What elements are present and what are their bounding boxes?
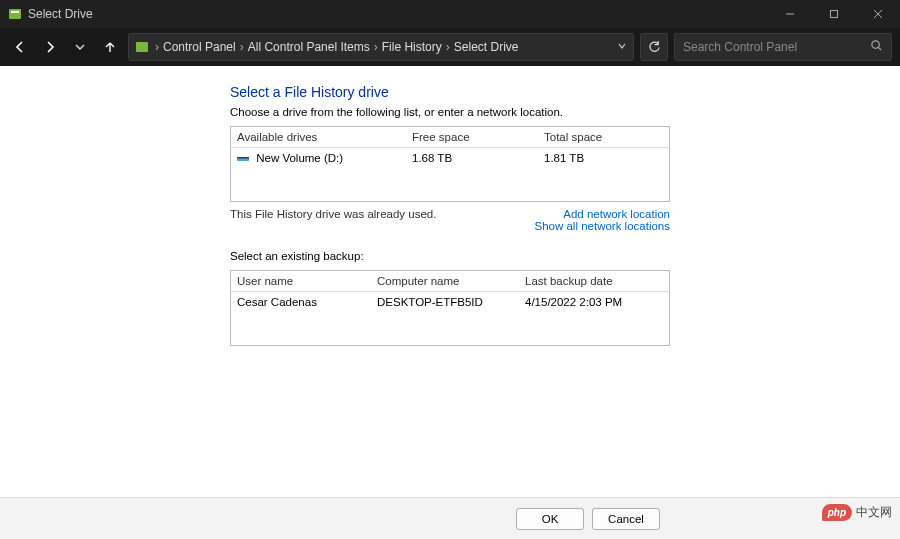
backup-computer: DESKTOP-ETFB5ID [371, 294, 519, 310]
back-button[interactable] [8, 35, 32, 59]
content-area: Select a File History drive Choose a dri… [0, 66, 900, 346]
svg-rect-6 [136, 42, 148, 52]
breadcrumb-item[interactable]: All Control Panel Items [248, 40, 370, 54]
footer: OK Cancel [0, 497, 900, 539]
backups-header-row: User name Computer name Last backup date [231, 271, 669, 292]
titlebar: Select Drive [0, 0, 900, 28]
watermark-badge: php [822, 504, 852, 521]
svg-rect-3 [831, 11, 838, 18]
backup-user: Cesar Cadenas [231, 294, 371, 310]
drives-header-row: Available drives Free space Total space [231, 127, 669, 148]
breadcrumb-item[interactable]: File History [382, 40, 442, 54]
svg-rect-10 [237, 157, 249, 159]
page-heading: Select a File History drive [230, 84, 900, 100]
svg-line-8 [878, 47, 881, 50]
refresh-button[interactable] [640, 33, 668, 61]
watermark: php 中文网 [822, 504, 892, 521]
chevron-right-icon: › [240, 40, 244, 54]
col-header-computer[interactable]: Computer name [371, 271, 519, 291]
drive-row[interactable]: New Volume (D:) 1.68 TB 1.81 TB [231, 148, 669, 168]
drive-name: New Volume (D:) [256, 152, 343, 164]
address-bar[interactable]: › Control Panel › All Control Panel Item… [128, 33, 634, 61]
col-header-drives[interactable]: Available drives [231, 127, 406, 147]
up-button[interactable] [98, 35, 122, 59]
svg-rect-0 [9, 9, 21, 19]
breadcrumb-item[interactable]: Control Panel [163, 40, 236, 54]
existing-backups-list[interactable]: User name Computer name Last backup date… [230, 270, 670, 346]
minimize-button[interactable] [768, 0, 812, 28]
backup-section-label: Select an existing backup: [230, 250, 900, 262]
app-icon [8, 7, 22, 21]
svg-rect-1 [11, 11, 19, 13]
control-panel-icon [135, 40, 149, 54]
search-icon[interactable] [870, 39, 883, 55]
col-header-user[interactable]: User name [231, 271, 371, 291]
search-input[interactable] [683, 40, 870, 54]
drive-status-message: This File History drive was already used… [230, 208, 436, 232]
drive-free: 1.68 TB [406, 150, 538, 166]
col-header-total[interactable]: Total space [538, 127, 669, 147]
ok-button[interactable]: OK [516, 508, 584, 530]
chevron-right-icon: › [446, 40, 450, 54]
drive-icon [237, 155, 249, 163]
available-drives-list[interactable]: Available drives Free space Total space … [230, 126, 670, 202]
close-button[interactable] [856, 0, 900, 28]
window-title: Select Drive [28, 7, 93, 21]
chevron-right-icon: › [374, 40, 378, 54]
col-header-free[interactable]: Free space [406, 127, 538, 147]
watermark-text: 中文网 [856, 504, 892, 521]
col-header-date[interactable]: Last backup date [519, 271, 669, 291]
forward-button[interactable] [38, 35, 62, 59]
cancel-button[interactable]: Cancel [592, 508, 660, 530]
breadcrumb-item[interactable]: Select Drive [454, 40, 519, 54]
drive-total: 1.81 TB [538, 150, 669, 166]
backup-date: 4/15/2022 2:03 PM [519, 294, 669, 310]
drive-links-row: This File History drive was already used… [230, 208, 670, 232]
search-box[interactable] [674, 33, 892, 61]
recent-dropdown[interactable] [68, 35, 92, 59]
navbar: › Control Panel › All Control Panel Item… [0, 28, 900, 66]
backup-row[interactable]: Cesar Cadenas DESKTOP-ETFB5ID 4/15/2022 … [231, 292, 669, 312]
add-network-location-link[interactable]: Add network location [534, 208, 670, 220]
maximize-button[interactable] [812, 0, 856, 28]
chevron-right-icon: › [155, 40, 159, 54]
page-instruction: Choose a drive from the following list, … [230, 106, 900, 118]
show-all-network-locations-link[interactable]: Show all network locations [534, 220, 670, 232]
address-dropdown-icon[interactable] [617, 40, 627, 54]
svg-point-7 [872, 41, 879, 48]
